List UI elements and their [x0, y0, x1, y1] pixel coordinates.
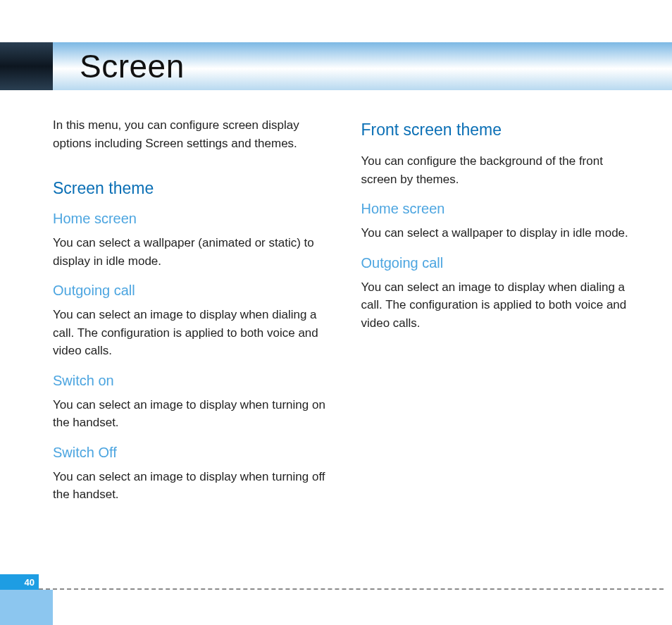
footer-accent [0, 590, 53, 625]
body-text: You can select an image to display when … [53, 306, 333, 360]
right-column: Front screen theme You can configure the… [361, 116, 642, 516]
footer-divider [39, 588, 664, 590]
sub-heading: Outgoing call [361, 255, 642, 271]
sub-heading: Outgoing call [53, 283, 333, 299]
footer: 40 [0, 590, 672, 625]
body-text: You can select a wallpaper to display in… [361, 224, 642, 242]
sub-heading: Home screen [361, 201, 642, 217]
body-text: You can select an image to display when … [53, 396, 333, 432]
body-text: You can select an image to display when … [53, 468, 333, 504]
page-number: 40 [0, 574, 39, 590]
section-heading-front-screen-theme: Front screen theme [361, 120, 642, 140]
page-title: Screen [80, 47, 185, 85]
intro-text: You can configure the background of the … [361, 152, 642, 188]
sub-heading: Switch on [53, 373, 333, 389]
sub-heading: Switch Off [53, 445, 333, 461]
sub-heading: Home screen [53, 211, 333, 227]
intro-text: In this menu, you can configure screen d… [53, 116, 333, 152]
header-accent-dark [0, 42, 53, 90]
left-column: In this menu, you can configure screen d… [53, 116, 333, 516]
body-text: You can select a wallpaper (animated or … [53, 234, 333, 270]
header-accent-light: Screen [53, 42, 672, 90]
section-heading-screen-theme: Screen theme [53, 179, 333, 198]
header-band: Screen [0, 42, 672, 90]
body-text: You can select an image to display when … [361, 278, 642, 333]
content-columns: In this menu, you can configure screen d… [53, 116, 641, 516]
